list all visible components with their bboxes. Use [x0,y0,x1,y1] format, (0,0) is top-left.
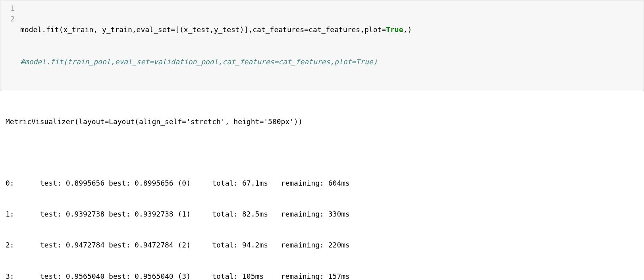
line-number-gutter: 1 2 [0,3,20,88]
code-cell[interactable]: 1 2 model.fit(x_train, y_train,eval_set=… [0,0,644,91]
log-row: 2: test: 0.9472784 best: 0.9472784 (2) t… [6,240,638,250]
code-content[interactable]: model.fit(x_train, y_train,eval_set=[(x_… [20,3,644,88]
output-area: MetricVisualizer(layout=Layout(align_sel… [0,91,644,280]
log-row: 3: test: 0.9565040 best: 0.9565040 (3) t… [6,271,638,280]
log-row: 1: test: 0.9392738 best: 0.9392738 (1) t… [6,209,638,219]
code-line-1[interactable]: model.fit(x_train, y_train,eval_set=[(x_… [20,24,644,35]
code-line-2[interactable]: #model.fit(train_pool,eval_set=validatio… [20,56,644,67]
line-number: 2 [0,13,15,24]
log-row: 0: test: 0.8995656 best: 0.8995656 (0) t… [6,178,638,188]
metric-visualizer-line: MetricVisualizer(layout=Layout(align_sel… [6,117,638,127]
training-log: 0: test: 0.8995656 best: 0.8995656 (0) t… [6,157,638,280]
line-number: 1 [0,3,15,13]
